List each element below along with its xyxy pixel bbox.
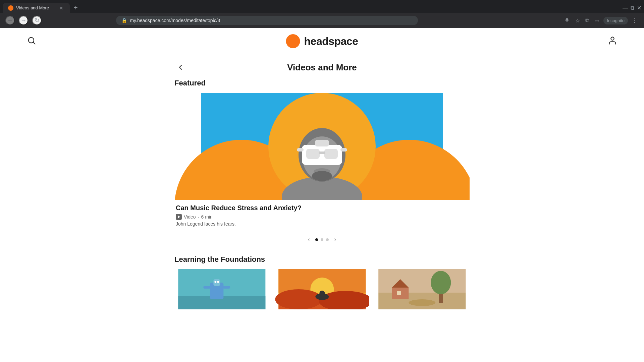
svg-rect-43 bbox=[397, 291, 401, 295]
featured-section-title: Featured bbox=[174, 79, 470, 87]
svg-point-19 bbox=[312, 171, 332, 181]
featured-card-meta: Video · 6 min bbox=[176, 214, 468, 220]
featured-card-image bbox=[174, 93, 470, 200]
svg-rect-16 bbox=[324, 149, 338, 159]
bookmark-icon[interactable]: ☆ bbox=[574, 16, 581, 25]
reload-button[interactable]: ↻ bbox=[32, 16, 42, 25]
learning-section-title: Learning the Foundations bbox=[174, 255, 470, 264]
learning-card-1[interactable] bbox=[174, 269, 269, 309]
featured-card-duration: 6 min bbox=[201, 214, 212, 220]
profile-chip[interactable]: Incognito bbox=[603, 17, 628, 24]
svg-rect-12 bbox=[297, 148, 304, 152]
page-nav: Videos and More bbox=[174, 61, 470, 73]
learning-card-image-2 bbox=[275, 269, 370, 309]
learning-cards-row bbox=[174, 269, 470, 309]
logo-text: headspace bbox=[304, 35, 358, 48]
featured-card-info: Can Music Reduce Stress and Anxiety? Vid… bbox=[174, 200, 470, 229]
close-window-button[interactable]: ✕ bbox=[637, 5, 641, 11]
url-text: my.headspace.com/modes/meditate/topic/3 bbox=[130, 18, 413, 23]
page-title: Videos and More bbox=[192, 62, 470, 73]
restore-button[interactable]: ⧉ bbox=[631, 5, 634, 11]
svg-point-0 bbox=[29, 38, 34, 43]
learning-section: Learning the Foundations bbox=[174, 255, 470, 309]
site-logo[interactable]: headspace bbox=[286, 34, 358, 48]
site-header: headspace bbox=[0, 28, 644, 55]
featured-card-title: Can Music Reduce Stress and Anxiety? bbox=[176, 204, 468, 212]
tab-bar: Videos and More ✕ + — ⧉ ✕ bbox=[0, 0, 644, 13]
svg-point-44 bbox=[409, 299, 436, 306]
svg-point-35 bbox=[319, 291, 325, 296]
svg-rect-14 bbox=[315, 140, 329, 146]
learning-card-3[interactable] bbox=[375, 269, 470, 309]
featured-section: Featured bbox=[174, 79, 470, 244]
carousel-dot-2[interactable] bbox=[321, 238, 323, 241]
featured-card[interactable]: Can Music Reduce Stress and Anxiety? Vid… bbox=[174, 93, 470, 229]
forward-nav-button[interactable]: → bbox=[19, 16, 28, 25]
back-nav-button[interactable]: ← bbox=[5, 16, 15, 25]
active-tab[interactable]: Videos and More ✕ bbox=[3, 3, 70, 13]
svg-point-25 bbox=[217, 281, 219, 283]
new-tab-button[interactable]: + bbox=[71, 3, 80, 13]
carousel-prev-button[interactable]: ‹ bbox=[305, 235, 313, 244]
logo-circle bbox=[286, 34, 300, 48]
featured-card-description: John Legend faces his fears. bbox=[176, 221, 468, 227]
learning-card-image-1 bbox=[174, 269, 269, 309]
tab-title: Videos and More bbox=[16, 5, 56, 10]
menu-icon[interactable]: ⋮ bbox=[631, 16, 639, 25]
sidebar-icon[interactable]: ▭ bbox=[593, 16, 601, 25]
nav-bar: ← → ↻ 🔒 my.headspace.com/modes/meditate/… bbox=[0, 13, 644, 28]
carousel-dot-1[interactable] bbox=[315, 238, 318, 241]
learning-card-image-3 bbox=[375, 269, 470, 309]
tab-extras: — ⧉ ✕ bbox=[623, 5, 644, 11]
svg-rect-23 bbox=[213, 279, 220, 286]
learning-card-2[interactable] bbox=[275, 269, 370, 309]
svg-point-24 bbox=[214, 281, 216, 283]
svg-rect-26 bbox=[203, 286, 211, 289]
carousel-controls: ‹ › bbox=[174, 235, 470, 244]
svg-rect-27 bbox=[223, 286, 230, 289]
eye-off-icon[interactable]: 👁 bbox=[563, 16, 571, 25]
extensions-icon[interactable]: ⧉ bbox=[584, 16, 590, 25]
minimize-button[interactable]: — bbox=[623, 5, 628, 11]
svg-point-2 bbox=[611, 37, 614, 40]
svg-line-1 bbox=[33, 42, 35, 44]
profile-icon[interactable] bbox=[608, 36, 617, 47]
main-content: Videos and More Featured bbox=[161, 55, 483, 316]
search-icon[interactable] bbox=[27, 36, 36, 47]
svg-rect-13 bbox=[340, 148, 347, 152]
svg-rect-17 bbox=[319, 152, 325, 154]
tab-close-button[interactable]: ✕ bbox=[58, 5, 64, 11]
video-type-icon bbox=[176, 214, 182, 220]
tab-favicon bbox=[8, 5, 13, 11]
featured-card-separator: · bbox=[198, 214, 199, 220]
svg-rect-37 bbox=[379, 269, 466, 293]
carousel-next-button[interactable]: › bbox=[331, 235, 339, 244]
svg-rect-15 bbox=[306, 149, 320, 159]
svg-point-40 bbox=[431, 271, 451, 294]
browser-chrome: Videos and More ✕ + — ⧉ ✕ ← → ↻ 🔒 my.hea… bbox=[0, 0, 644, 28]
page-content: headspace Videos and More Featured bbox=[0, 28, 644, 362]
svg-point-32 bbox=[275, 289, 322, 309]
lock-icon: 🔒 bbox=[121, 18, 127, 23]
featured-card-type: Video bbox=[184, 214, 196, 220]
address-bar[interactable]: 🔒 my.headspace.com/modes/meditate/topic/… bbox=[116, 16, 418, 25]
carousel-dot-3[interactable] bbox=[326, 238, 329, 241]
nav-extras: 👁 ☆ ⧉ ▭ Incognito ⋮ bbox=[563, 16, 639, 25]
back-button[interactable] bbox=[174, 61, 186, 73]
